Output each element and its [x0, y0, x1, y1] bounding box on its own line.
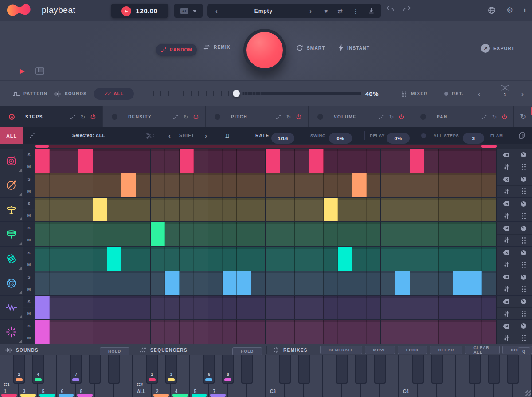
step-cell[interactable] [121, 222, 136, 246]
remixes-section-label[interactable]: REMIXES [273, 344, 308, 356]
step-cell[interactable] [121, 320, 136, 344]
save-download-icon[interactable] [368, 8, 374, 14]
export-button[interactable]: ↗ EXPORT [481, 44, 515, 53]
step-cell[interactable] [395, 222, 410, 246]
solo-button[interactable]: S [23, 271, 35, 283]
step-cell[interactable] [395, 247, 410, 271]
row-mixer-sliders-icon[interactable] [497, 210, 515, 222]
tab-refresh-icon[interactable]: ↻ [184, 114, 188, 120]
step-cell[interactable] [424, 271, 438, 295]
step-cell[interactable] [50, 271, 64, 295]
step-cell[interactable] [295, 198, 309, 221]
solo-button[interactable]: S [23, 149, 35, 161]
step-cell[interactable] [93, 222, 107, 246]
step-cell[interactable] [367, 296, 381, 319]
mute-button[interactable]: M [23, 332, 35, 344]
lock-button[interactable]: LOCK [398, 346, 427, 354]
step-cell[interactable] [453, 222, 467, 246]
step-cell[interactable] [194, 271, 208, 295]
step-cell[interactable] [136, 222, 151, 246]
step-cell[interactable] [395, 173, 410, 197]
step-cell[interactable] [64, 271, 78, 295]
density-slider-groove[interactable] [242, 92, 361, 95]
step-cell[interactable] [151, 173, 165, 197]
step-cell[interactable] [107, 222, 121, 246]
step-cell-active[interactable] [223, 271, 237, 295]
ai-mode-dropdown[interactable]: AI [174, 4, 203, 18]
tab-pitch[interactable]: PITCH↻ [206, 106, 309, 127]
step-cell[interactable] [78, 271, 93, 295]
step-cell[interactable] [439, 296, 453, 319]
step-cell[interactable] [136, 149, 151, 173]
step-cell[interactable] [223, 149, 237, 173]
step-cell[interactable] [78, 222, 93, 246]
pan-knob-icon[interactable] [515, 222, 532, 234]
step-cell[interactable] [223, 296, 237, 319]
step-cell[interactable] [165, 149, 179, 173]
tabs-sync-icon[interactable]: ↻ [514, 106, 532, 127]
mute-button[interactable]: M [23, 259, 35, 271]
step-cell[interactable] [50, 222, 64, 246]
choke-tag-icon[interactable] [497, 247, 515, 259]
step-cell[interactable] [251, 296, 266, 319]
snare-drum-icon[interactable] [0, 173, 23, 197]
step-cell[interactable] [266, 198, 280, 221]
step-cell[interactable] [410, 296, 424, 319]
step-cell[interactable] [208, 320, 223, 344]
step-cell[interactable] [165, 247, 179, 271]
tab-refresh-icon[interactable]: ↻ [81, 114, 85, 120]
step-cell[interactable] [453, 247, 467, 271]
solo-button[interactable]: S [23, 222, 35, 234]
step-cell[interactable] [35, 173, 50, 197]
remix-mode-button[interactable]: REMIX [203, 44, 231, 50]
step-cell[interactable] [64, 320, 78, 344]
row-mixer-sliders-icon[interactable] [497, 185, 515, 197]
step-cell[interactable] [482, 149, 497, 173]
solo-button[interactable]: S [23, 198, 35, 210]
choke-tag-icon[interactable] [497, 296, 515, 308]
step-cell[interactable] [208, 173, 223, 197]
step-cell[interactable] [151, 320, 165, 344]
step-cell[interactable] [280, 173, 294, 197]
step-cell-active[interactable] [324, 198, 338, 221]
step-cell[interactable] [180, 320, 194, 344]
black-key[interactable]: 3 [165, 355, 177, 384]
tab-dice-icon[interactable] [379, 114, 384, 120]
step-cell[interactable] [223, 173, 237, 197]
step-cell[interactable] [352, 271, 366, 295]
step-cell[interactable] [151, 271, 165, 295]
step-cell[interactable] [395, 320, 410, 344]
black-key[interactable] [374, 355, 386, 384]
step-cell[interactable] [107, 320, 121, 344]
step-cell[interactable] [93, 271, 107, 295]
step-cell[interactable] [410, 173, 424, 197]
step-cell[interactable] [64, 296, 78, 319]
row-drag-handle-icon[interactable] [515, 283, 532, 295]
step-cell[interactable] [121, 271, 136, 295]
generate-button[interactable]: GENERATE [320, 346, 362, 354]
step-cell[interactable] [439, 271, 453, 295]
row-mixer-sliders-icon[interactable] [497, 234, 515, 246]
dice-random-icon[interactable] [29, 127, 35, 144]
redo-icon[interactable] [403, 5, 411, 12]
step-cell[interactable] [208, 296, 223, 319]
step-cell-active[interactable] [309, 149, 323, 173]
mute-button[interactable]: M [23, 308, 35, 319]
step-cell[interactable] [338, 271, 352, 295]
step-cell[interactable] [338, 222, 352, 246]
black-key[interactable]: 6 [203, 355, 215, 384]
row-mixer-sliders-icon[interactable] [497, 161, 515, 173]
note-value-icon[interactable]: ♫ [224, 127, 230, 144]
step-cell[interactable] [352, 320, 366, 344]
step-cell[interactable] [467, 149, 481, 173]
step-cell[interactable] [237, 173, 251, 197]
sequencers-hold-button[interactable]: HOLD [232, 347, 262, 356]
black-key[interactable]: 1 [146, 355, 158, 384]
step-cell[interactable] [453, 320, 467, 344]
loop-start-handle[interactable] [35, 145, 49, 148]
step-cell[interactable] [251, 149, 266, 173]
step-cell[interactable] [309, 247, 323, 271]
step-cell[interactable] [295, 271, 309, 295]
step-cell[interactable] [410, 247, 424, 271]
globe-icon[interactable] [488, 6, 496, 14]
